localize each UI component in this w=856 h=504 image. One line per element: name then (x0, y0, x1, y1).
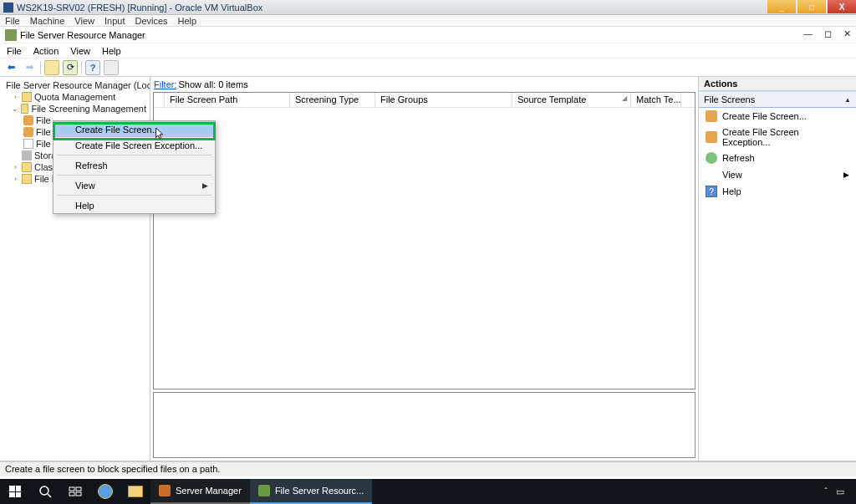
results-table: File Screen Path Screening Type File Gro… (153, 92, 696, 389)
svg-point-0 (40, 486, 48, 495)
context-separator (57, 195, 211, 196)
app-titlebar: File Server Resource Manager — ◻ ✕ (0, 27, 856, 43)
toolbar-separator-2 (81, 61, 82, 74)
main-panel: Filter: Show all: 0 items File Screen Pa… (150, 77, 699, 461)
file-screen-icon (706, 110, 717, 122)
folder-icon (22, 92, 32, 102)
vbox-title: WS2K19-SRV02 (FRESH) [Running] - Oracle … (17, 3, 262, 13)
file-screen-icon (23, 127, 33, 137)
expand-icon[interactable]: › (12, 93, 19, 101)
context-help[interactable]: Help (54, 197, 215, 213)
ie-button[interactable] (90, 479, 120, 504)
properties-button[interactable] (104, 60, 119, 75)
nav-back-button[interactable]: ⬅ (3, 60, 18, 75)
refresh-button[interactable]: ⟳ (63, 60, 78, 75)
show-hide-tree-button[interactable] (44, 60, 59, 75)
help-button[interactable]: ? (85, 60, 100, 75)
start-button[interactable] (0, 479, 30, 504)
action-create-file-screen[interactable]: Create File Screen... (699, 108, 856, 125)
svg-line-1 (48, 494, 51, 497)
tree-root[interactable]: File Server Resource Manager (Local) (3, 79, 146, 91)
task-view-button[interactable] (60, 479, 90, 504)
context-menu: Create File Screen... Create File Screen… (53, 120, 216, 214)
th-match-template[interactable]: Match Te... (631, 93, 681, 107)
nav-forward-button[interactable]: ➡ (22, 60, 37, 75)
vbox-menu-devices[interactable]: Devices (135, 16, 167, 26)
explorer-button[interactable] (120, 479, 150, 504)
svg-rect-2 (69, 487, 74, 491)
task-server-manager[interactable]: Server Manager (150, 479, 250, 504)
status-bar: Create a file screen to block specified … (0, 461, 856, 476)
vbox-menu-machine[interactable]: Machine (30, 16, 65, 26)
app-maximize-button[interactable]: ◻ (824, 28, 832, 39)
filter-link[interactable]: Filter: (154, 79, 177, 89)
th-screening-type[interactable]: Screening Type (290, 93, 375, 107)
vbox-menu-input[interactable]: Input (104, 16, 125, 26)
vbox-close-button[interactable]: X (828, 0, 856, 13)
vbox-menu-file[interactable]: File (5, 16, 20, 26)
action-view[interactable]: View ▶ (699, 166, 856, 183)
vbox-menubar: File Machine View Input Devices Help (0, 15, 856, 27)
svg-rect-4 (69, 492, 74, 496)
task-file-server-resource-manager[interactable]: File Server Resourc... (250, 479, 372, 504)
context-create-file-screen-exception[interactable]: Create File Screen Exception... (54, 137, 215, 153)
status-text: Create a file screen to block specified … (5, 464, 220, 474)
svg-rect-3 (76, 487, 81, 491)
app-icon (5, 29, 17, 41)
tray-up-icon[interactable]: ˆ (824, 486, 828, 496)
expand-icon[interactable]: › (12, 175, 19, 183)
filter-text: Show all: 0 items (179, 79, 248, 89)
vbox-icon (3, 3, 13, 13)
vbox-menu-view[interactable]: View (74, 16, 94, 26)
search-button[interactable] (30, 479, 60, 504)
file-screen-icon (706, 131, 717, 143)
actions-header: Actions (699, 77, 856, 91)
collapse-icon[interactable]: ⌄ (12, 104, 18, 113)
th-gutter (154, 93, 165, 107)
actions-group-filescreens[interactable]: File Screens ▲ (699, 91, 856, 108)
vbox-maximize-button[interactable]: □ (797, 0, 826, 13)
vbox-minimize-button[interactable]: _ (767, 0, 796, 13)
th-file-screen-path[interactable]: File Screen Path (165, 93, 290, 107)
action-create-file-screen-exception[interactable]: Create File Screen Exception... (699, 125, 856, 150)
expand-icon[interactable]: › (12, 163, 19, 171)
document-icon (23, 139, 33, 149)
folder-icon (21, 104, 28, 114)
app-menu-view[interactable]: View (70, 46, 90, 56)
tray-network-icon[interactable]: ▭ (836, 486, 844, 497)
refresh-icon (706, 152, 717, 164)
th-file-groups[interactable]: File Groups (375, 93, 512, 107)
context-view[interactable]: View ▶ (54, 177, 215, 193)
vbox-menu-help[interactable]: Help (178, 16, 197, 26)
app-menu-help[interactable]: Help (102, 46, 121, 56)
detail-panel (153, 392, 696, 458)
action-refresh[interactable]: Refresh (699, 150, 856, 166)
vbox-window-controls: _ □ X (767, 0, 856, 13)
action-help[interactable]: ? Help (699, 183, 856, 200)
tree-file-screening-management[interactable]: ⌄ File Screening Management (3, 103, 146, 115)
svg-rect-5 (76, 492, 81, 496)
report-icon (22, 150, 32, 160)
file-screen-icon (23, 115, 33, 125)
th-source-template[interactable]: Source Template◢ (512, 93, 631, 107)
app-menubar: File Action View Help (0, 43, 856, 59)
toolbar-separator (40, 61, 41, 74)
app-menu-action[interactable]: Action (33, 46, 59, 56)
ie-icon (98, 484, 113, 499)
app-close-button[interactable]: ✕ (843, 28, 851, 39)
fsrm-icon (258, 485, 270, 496)
app-minimize-button[interactable]: — (803, 28, 813, 39)
folder-icon (22, 174, 32, 184)
toolbar: ⬅ ➡ ⟳ ? (0, 59, 856, 77)
vbox-titlebar: WS2K19-SRV02 (FRESH) [Running] - Oracle … (0, 0, 856, 15)
actions-panel: Actions File Screens ▲ Create File Scree… (699, 77, 856, 461)
collapse-caret-icon: ▲ (844, 96, 851, 104)
tree-quota-management[interactable]: › Quota Management (3, 91, 146, 103)
explorer-icon (128, 486, 143, 497)
folder-icon (22, 162, 32, 172)
context-refresh[interactable]: Refresh (54, 157, 215, 173)
server-manager-icon (159, 485, 171, 496)
taskbar: Server Manager File Server Resourc... ˆ … (0, 479, 856, 504)
context-create-file-screen[interactable]: Create File Screen... (54, 121, 215, 137)
app-menu-file[interactable]: File (7, 46, 22, 56)
